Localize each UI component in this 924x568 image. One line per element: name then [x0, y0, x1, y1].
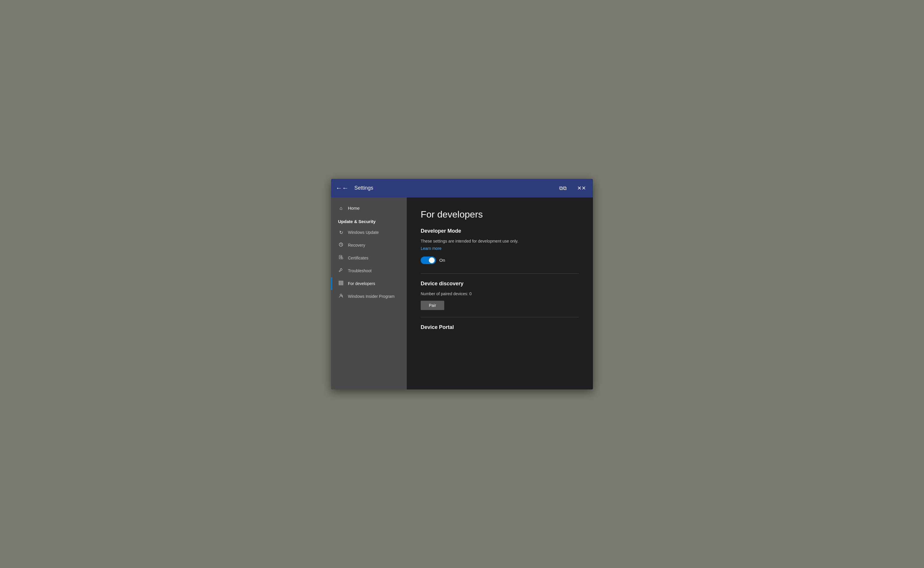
- settings-window: ← Settings ⧉ ✕ ⌂ Home Update & Security …: [331, 179, 593, 390]
- sidebar-item-recovery[interactable]: Recovery: [331, 239, 407, 252]
- pair-button[interactable]: Pair: [421, 301, 444, 310]
- sidebar-section-title: Update & Security: [331, 215, 407, 226]
- windows-insider-icon: [338, 293, 344, 299]
- svg-line-2: [341, 245, 342, 245]
- sidebar-item-label: Troubleshoot: [348, 269, 372, 273]
- device-discovery-heading: Device discovery: [421, 281, 579, 287]
- back-button[interactable]: ←: [336, 185, 349, 191]
- device-discovery-section: Device discovery Number of paired device…: [421, 281, 579, 310]
- device-portal-section: Device Portal: [421, 324, 579, 330]
- toggle-thumb: [429, 257, 435, 263]
- developer-mode-toggle[interactable]: [421, 257, 436, 264]
- developer-mode-heading: Developer Mode: [421, 228, 579, 234]
- section-divider: [421, 273, 579, 274]
- close-button[interactable]: ✕: [575, 184, 588, 192]
- main-content: For developers Developer Mode These sett…: [407, 198, 593, 390]
- svg-rect-8: [340, 283, 341, 284]
- sidebar-item-certificates[interactable]: Certificates: [331, 252, 407, 264]
- svg-point-10: [340, 294, 342, 296]
- for-developers-icon: [338, 281, 344, 287]
- sidebar-item-windows-update[interactable]: ↻ Windows Update: [331, 226, 407, 239]
- recovery-icon: [338, 242, 344, 248]
- developer-mode-toggle-row: On: [421, 257, 579, 264]
- svg-rect-5: [339, 281, 343, 285]
- sidebar-item-label: For developers: [348, 281, 375, 286]
- svg-rect-6: [340, 281, 341, 283]
- window-title: Settings: [354, 185, 557, 191]
- window-body: ⌂ Home Update & Security ↻ Windows Updat…: [331, 198, 593, 390]
- titlebar: ← Settings ⧉ ✕: [331, 179, 593, 198]
- troubleshoot-icon: [338, 268, 344, 274]
- sidebar-item-for-developers[interactable]: For developers: [331, 277, 407, 290]
- sidebar-item-label: Recovery: [348, 243, 365, 248]
- sidebar-item-windows-insider[interactable]: Windows Insider Program: [331, 290, 407, 303]
- developer-mode-description: These settings are intended for developm…: [421, 239, 579, 243]
- sidebar: ⌂ Home Update & Security ↻ Windows Updat…: [331, 198, 407, 390]
- restore-button[interactable]: ⧉: [557, 184, 569, 192]
- page-title: For developers: [421, 209, 579, 220]
- svg-rect-9: [341, 283, 342, 284]
- home-icon: ⌂: [338, 205, 344, 211]
- window-controls: ⧉ ✕: [557, 184, 588, 192]
- section-divider-2: [421, 317, 579, 317]
- sidebar-item-label: Certificates: [348, 256, 368, 260]
- paired-devices-count: Number of paired devices: 0: [421, 292, 579, 296]
- sidebar-item-label: Windows Insider Program: [348, 294, 395, 299]
- certificates-icon: [338, 255, 344, 261]
- sidebar-item-home[interactable]: ⌂ Home: [331, 202, 407, 215]
- svg-rect-7: [341, 281, 342, 283]
- windows-update-icon: ↻: [338, 230, 344, 235]
- home-label: Home: [348, 205, 360, 211]
- sidebar-item-label: Windows Update: [348, 230, 379, 235]
- sidebar-item-troubleshoot[interactable]: Troubleshoot: [331, 264, 407, 277]
- toggle-state-label: On: [439, 258, 445, 263]
- device-portal-heading: Device Portal: [421, 324, 579, 330]
- learn-more-link[interactable]: Learn more: [421, 246, 442, 251]
- developer-mode-section: Developer Mode These settings are intend…: [421, 228, 579, 264]
